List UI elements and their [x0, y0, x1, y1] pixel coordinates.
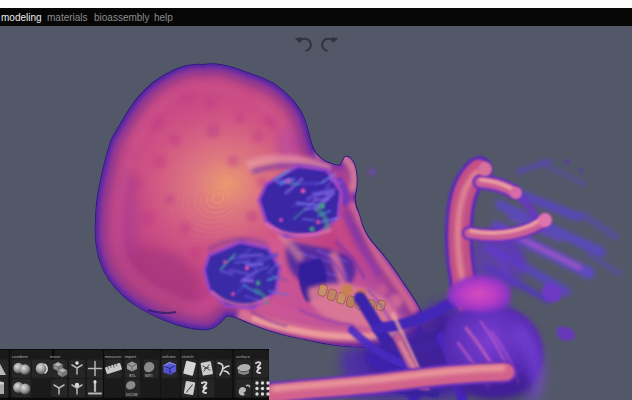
- svg-text:surface: surface: [236, 354, 250, 359]
- svg-text:import: import: [125, 354, 137, 359]
- svg-text:move: move: [50, 354, 61, 359]
- svg-text:DICOM: DICOM: [126, 393, 137, 397]
- svg-text:sketch: sketch: [182, 354, 195, 359]
- svg-text:modeling: modeling: [1, 12, 42, 23]
- svg-text:NIfTI: NIfTI: [145, 374, 152, 378]
- svg-text:materials: materials: [47, 12, 88, 23]
- svg-text:combine: combine: [12, 354, 28, 359]
- svg-text:measure: measure: [105, 354, 122, 359]
- svg-text:help: help: [154, 12, 173, 23]
- svg-text:volume: volume: [162, 354, 176, 359]
- svg-text:STL: STL: [129, 374, 136, 378]
- svg-text:bioassembly: bioassembly: [94, 12, 150, 23]
